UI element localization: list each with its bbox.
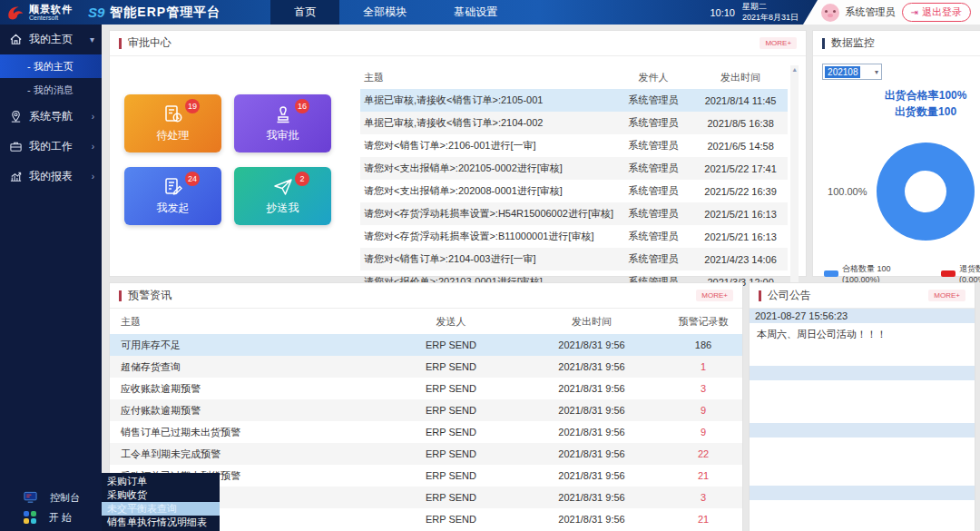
announcement-content [750,500,975,531]
doc-clock-icon [162,103,184,125]
list-item[interactable] [750,366,975,417]
user-name: 系统管理员 [846,5,896,19]
clock-time: 10:10 [710,7,735,18]
panel-title: 审批中心 [128,35,172,51]
alerts-more-button[interactable]: MORE+ [696,290,733,301]
sidebar-item-system-nav[interactable]: 系统导航 › [0,102,102,132]
table-row[interactable]: 请您对<支出报销单>:202008-0001进行[审核] 系统管理员 2021/… [360,180,788,202]
donut-ring [877,143,975,241]
approval-center-panel: 审批中心 MORE+ 19 待处理 [109,30,807,277]
table-row[interactable]: 单据已审核,请接收<销售订单>:2104-002 系统管理员 2021/8/5 … [360,112,788,134]
table-row[interactable]: 请您对<销售订单>:2104-003进行[一审] 系统管理员 2021/4/23… [360,248,788,270]
swirl-logo-icon [5,3,25,23]
clock: 10:10 星期二 2021年8月31日 [710,0,799,25]
announcement-content: 本周六、周日公司活动！！！ [750,323,975,359]
sidebar-subitem-my-messages[interactable]: - 我的消息 [0,78,102,102]
menu-item[interactable]: 销售单执行情况明细表 [102,516,220,529]
legend-swatch [941,270,956,277]
table-row[interactable]: 超储存货查询 ERP SEND 2021/8/31 9:56 1 [110,356,742,378]
table-row[interactable]: 工令单到期未完成预警 ERP SEND 2021/8/31 9:56 22 [110,443,742,465]
stamp-icon [272,103,294,125]
announcement-content [750,380,975,417]
monitor-summary: 出货合格率100% 出货数量100 [822,87,980,120]
table-row[interactable]: 应收账款逾期预警 ERP SEND 2021/8/31 9:56 3 [110,378,742,399]
table-row[interactable]: 单据已审核,请接收<销售订单>:2105-001 系统管理员 2021/8/14… [360,89,788,112]
table-row[interactable]: 请您对<存货浮动耗损率设置>:H54R15006002进行[审核] 系统管理员 … [360,202,788,225]
tab-home[interactable]: 首页 [270,0,339,25]
table-row[interactable]: 可用库存不足 ERP SEND 2021/8/31 9:56 186 [110,334,742,356]
panel-accent [119,290,122,301]
date: 2021年8月31日 [742,13,799,23]
announcement-date [750,366,975,380]
announcements-more-button[interactable]: MORE+ [928,290,965,301]
chevron-right-icon: › [92,142,94,152]
logout-icon: ⇥ [911,7,918,17]
approval-rows: 单据已审核,请接收<销售订单>:2105-001 系统管理员 2021/8/14… [360,89,788,293]
s9-logo: S9 [88,5,104,20]
console-icon [24,491,37,504]
user-avatar[interactable] [821,4,839,22]
panel-accent [759,290,761,301]
scroll-up-icon[interactable]: ▲ [791,65,798,74]
alerts-table-header: 主题 发送人 发出时间 预警记录数 [110,309,742,334]
menu-item[interactable]: 采购订单 [102,475,220,488]
panel-accent [822,38,825,49]
table-row[interactable]: 请您对<支出报销单>:202105-0002进行[审核] 系统管理员 2021/… [360,157,788,180]
doc-pencil-icon [162,176,184,198]
tile-pending[interactable]: 19 待处理 [124,94,221,152]
sidebar-item-my-work[interactable]: 我的工作 › [0,132,102,162]
console-button[interactable]: 控制台 [0,487,102,507]
list-item[interactable] [750,423,975,479]
legend-item-qualified: 合格数量 100 (100.00%) [824,263,930,284]
tab-basic-settings[interactable]: 基础设置 [430,0,521,25]
data-monitor-panel: 数据监控 202108 ▾ 出货合格率100% 出货数量100 100.00% … [812,30,980,277]
tile-my-approvals[interactable]: 16 我审批 [234,94,331,152]
approval-more-button[interactable]: MORE+ [760,37,797,49]
approval-table: 主题 发件人 发出时间 单据已审核,请接收<销售订单>:2105-001 系统管… [360,65,799,293]
panel-title: 预警资讯 [128,288,172,303]
chevron-down-icon: ▾ [90,34,94,44]
approval-tiles: 19 待处理 16 [124,94,340,293]
table-row[interactable]: 请您对<销售订单>:2106-001进行[一审] 系统管理员 2021/6/5 … [360,134,788,157]
tab-all-modules[interactable]: 全部模块 [339,0,430,25]
main-nav: 首页 全部模块 基础设置 [270,0,521,25]
donut-left-label: 100.00% [828,186,867,197]
list-item[interactable] [750,486,975,531]
scrollbar[interactable]: ▲ ▼ [790,65,799,293]
chevron-right-icon: › [92,172,94,182]
period-select[interactable]: 202108 ▾ [822,64,882,80]
badge-count: 16 [295,99,309,113]
tile-initiated-by-me[interactable]: 24 我发起 [124,167,221,225]
announcement-date [750,423,975,438]
logout-button[interactable]: ⇥ 退出登录 [902,3,971,22]
table-row[interactable]: 销售订单已过期未出货预警 ERP SEND 2021/8/31 9:56 9 [110,421,742,443]
main-content: 审批中心 MORE+ 19 待处理 [102,25,980,531]
start-popup-menu: 采购订单 采购收货 未交平衡表查询 销售单执行情况明细表 [102,473,220,531]
sidebar-item-my-reports[interactable]: 我的报表 › [0,162,102,192]
panel-accent [119,38,122,49]
tile-cc-to-me[interactable]: 2 抄送我 [234,167,331,225]
sidebar: 我的主页 ▾ - 我的主页 - 我的消息 系统导航 › 我的工作 › 我的报表 … [0,25,102,531]
announcement-content [750,438,975,479]
home-icon [9,33,23,46]
chevron-down-icon: ▾ [875,68,881,76]
sidebar-subitem-my-home[interactable]: - 我的主页 [0,54,102,78]
table-row[interactable]: 请您对<存货浮动耗损率设置>:B11000001进行[审核] 系统管理员 202… [360,225,788,248]
sidebar-item-my-home[interactable]: 我的主页 ▾ [0,25,102,54]
announcement-list: 2021-08-27 15:56:23 本周六、周日公司活动！！！ [750,309,975,531]
donut-chart: 100.00% 0.00% [822,123,980,260]
chevron-right-icon: › [92,112,94,122]
start-button[interactable]: 开 始 [0,507,102,527]
topbar-user-area: 系统管理员 ⇥ 退出登录 [803,0,980,25]
menu-item[interactable]: 采购收货 [102,488,220,502]
briefcase-icon [9,140,23,153]
paper-plane-icon [272,176,294,198]
list-item[interactable]: 2021-08-27 15:56:23 本周六、周日公司活动！！！ [750,309,975,359]
menu-item[interactable]: 未交平衡表查询 [102,502,220,516]
weekday: 星期二 [742,2,799,12]
table-row[interactable]: 应付账款逾期预警 ERP SEND 2021/8/31 9:56 9 [110,399,742,421]
company-logo: 顺景软件 Centersoft S9 智能ERP管理平台 [0,0,220,25]
panel-title: 公司公告 [768,288,811,303]
announcement-date [750,486,975,500]
badge-count: 19 [185,99,200,113]
